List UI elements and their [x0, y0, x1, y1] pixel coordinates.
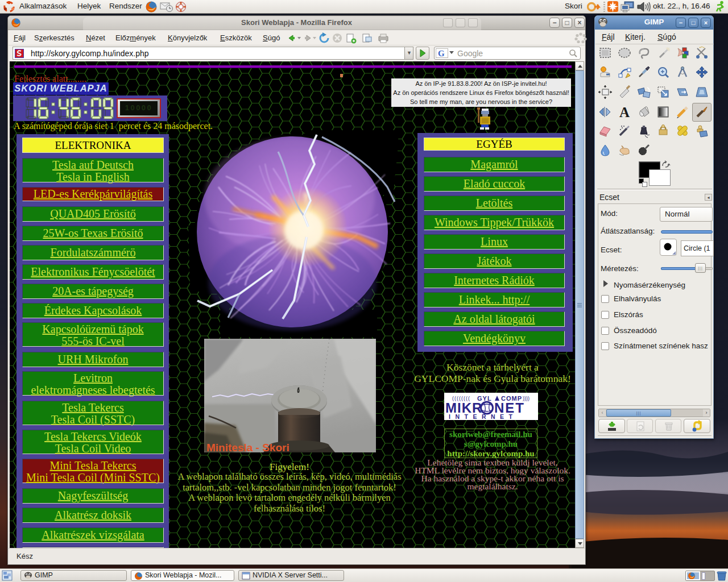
- svg-text:A: A: [619, 105, 630, 120]
- svg-text:INTERNET: INTERNET: [449, 413, 518, 420]
